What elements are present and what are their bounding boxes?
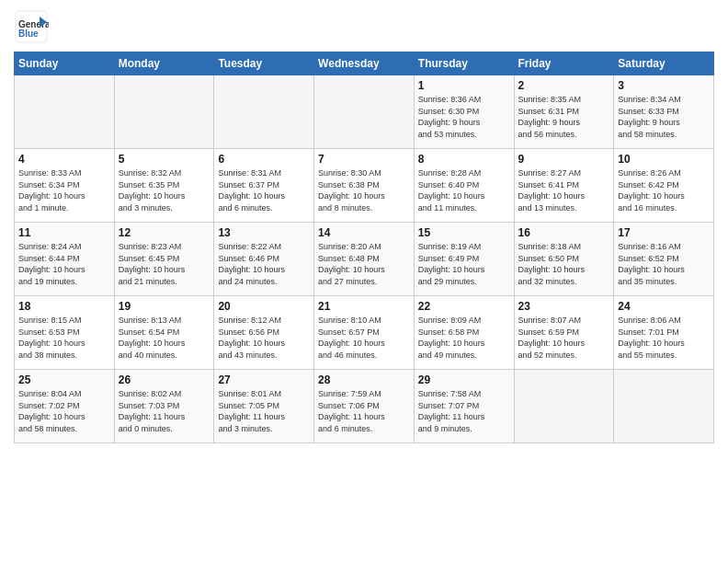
day-header-sunday: Sunday	[15, 52, 115, 75]
calendar-cell: 7Sunrise: 8:30 AM Sunset: 6:38 PM Daylig…	[314, 149, 415, 223]
page-container: General Blue SundayMondayTuesdayWednesda…	[0, 0, 728, 453]
day-header-monday: Monday	[114, 52, 214, 75]
day-number: 29	[418, 373, 510, 386]
calendar-cell: 22Sunrise: 8:09 AM Sunset: 6:58 PM Dayli…	[414, 296, 514, 370]
day-info: Sunrise: 8:32 AM Sunset: 6:35 PM Dayligh…	[119, 167, 210, 213]
calendar-cell	[214, 75, 314, 149]
day-info: Sunrise: 8:20 AM Sunset: 6:48 PM Dayligh…	[318, 241, 410, 287]
day-header-wednesday: Wednesday	[314, 52, 415, 75]
day-number: 20	[218, 300, 310, 313]
day-info: Sunrise: 8:31 AM Sunset: 6:37 PM Dayligh…	[218, 167, 310, 213]
day-number: 3	[618, 79, 710, 92]
day-info: Sunrise: 8:33 AM Sunset: 6:34 PM Dayligh…	[18, 167, 110, 213]
logo-icon: General Blue	[14, 9, 49, 44]
calendar-cell: 19Sunrise: 8:13 AM Sunset: 6:54 PM Dayli…	[114, 296, 214, 370]
day-header-friday: Friday	[514, 52, 614, 75]
calendar-cell: 8Sunrise: 8:28 AM Sunset: 6:40 PM Daylig…	[414, 149, 514, 223]
day-number: 13	[218, 226, 310, 239]
day-number: 8	[418, 153, 510, 166]
calendar-cell: 3Sunrise: 8:34 AM Sunset: 6:33 PM Daylig…	[614, 75, 714, 149]
day-info: Sunrise: 8:04 AM Sunset: 7:02 PM Dayligh…	[18, 388, 110, 434]
day-number: 11	[18, 226, 110, 239]
week-row-3: 11Sunrise: 8:24 AM Sunset: 6:44 PM Dayli…	[15, 223, 714, 296]
day-info: Sunrise: 8:01 AM Sunset: 7:05 PM Dayligh…	[218, 388, 310, 434]
day-number: 27	[218, 373, 310, 386]
calendar-cell	[614, 370, 714, 443]
calendar-cell: 12Sunrise: 8:23 AM Sunset: 6:45 PM Dayli…	[114, 223, 214, 296]
day-number: 6	[218, 153, 310, 166]
day-number: 4	[18, 153, 110, 166]
day-info: Sunrise: 8:02 AM Sunset: 7:03 PM Dayligh…	[119, 388, 210, 434]
day-info: Sunrise: 8:16 AM Sunset: 6:52 PM Dayligh…	[618, 241, 710, 287]
day-info: Sunrise: 8:12 AM Sunset: 6:56 PM Dayligh…	[218, 315, 310, 361]
day-header-thursday: Thursday	[414, 52, 514, 75]
calendar-cell: 25Sunrise: 8:04 AM Sunset: 7:02 PM Dayli…	[15, 370, 115, 443]
day-number: 10	[618, 153, 710, 166]
day-number: 7	[318, 153, 410, 166]
calendar-cell: 9Sunrise: 8:27 AM Sunset: 6:41 PM Daylig…	[514, 149, 614, 223]
day-number: 23	[518, 300, 610, 313]
day-number: 22	[418, 300, 510, 313]
calendar-table: SundayMondayTuesdayWednesdayThursdayFrid…	[14, 52, 714, 443]
day-info: Sunrise: 8:27 AM Sunset: 6:41 PM Dayligh…	[518, 167, 610, 213]
day-info: Sunrise: 8:10 AM Sunset: 6:57 PM Dayligh…	[318, 315, 410, 361]
calendar-cell: 28Sunrise: 7:59 AM Sunset: 7:06 PM Dayli…	[314, 370, 415, 443]
calendar-cell: 23Sunrise: 8:07 AM Sunset: 6:59 PM Dayli…	[514, 296, 614, 370]
day-info: Sunrise: 8:06 AM Sunset: 7:01 PM Dayligh…	[618, 315, 710, 361]
calendar-cell: 6Sunrise: 8:31 AM Sunset: 6:37 PM Daylig…	[214, 149, 314, 223]
calendar-cell	[314, 75, 415, 149]
day-number: 9	[518, 153, 610, 166]
calendar-cell: 15Sunrise: 8:19 AM Sunset: 6:49 PM Dayli…	[414, 223, 514, 296]
day-info: Sunrise: 8:34 AM Sunset: 6:33 PM Dayligh…	[618, 94, 710, 140]
header: General Blue	[14, 9, 714, 44]
calendar-cell: 2Sunrise: 8:35 AM Sunset: 6:31 PM Daylig…	[514, 75, 614, 149]
week-row-4: 18Sunrise: 8:15 AM Sunset: 6:53 PM Dayli…	[15, 296, 714, 370]
day-number: 12	[119, 226, 210, 239]
day-info: Sunrise: 8:35 AM Sunset: 6:31 PM Dayligh…	[518, 94, 610, 140]
calendar-cell: 4Sunrise: 8:33 AM Sunset: 6:34 PM Daylig…	[15, 149, 115, 223]
day-header-tuesday: Tuesday	[214, 52, 314, 75]
day-info: Sunrise: 8:15 AM Sunset: 6:53 PM Dayligh…	[18, 315, 110, 361]
day-info: Sunrise: 8:07 AM Sunset: 6:59 PM Dayligh…	[518, 315, 610, 361]
day-number: 24	[618, 300, 710, 313]
day-info: Sunrise: 7:58 AM Sunset: 7:07 PM Dayligh…	[418, 388, 510, 434]
calendar-cell: 17Sunrise: 8:16 AM Sunset: 6:52 PM Dayli…	[614, 223, 714, 296]
week-row-2: 4Sunrise: 8:33 AM Sunset: 6:34 PM Daylig…	[15, 149, 714, 223]
day-info: Sunrise: 8:13 AM Sunset: 6:54 PM Dayligh…	[119, 315, 210, 361]
calendar-cell	[514, 370, 614, 443]
day-number: 26	[119, 373, 210, 386]
day-info: Sunrise: 8:18 AM Sunset: 6:50 PM Dayligh…	[518, 241, 610, 287]
calendar-cell: 10Sunrise: 8:26 AM Sunset: 6:42 PM Dayli…	[614, 149, 714, 223]
day-info: Sunrise: 7:59 AM Sunset: 7:06 PM Dayligh…	[318, 388, 410, 434]
calendar-cell	[114, 75, 214, 149]
day-number: 19	[119, 300, 210, 313]
week-row-5: 25Sunrise: 8:04 AM Sunset: 7:02 PM Dayli…	[15, 370, 714, 443]
calendar-cell	[15, 75, 115, 149]
svg-text:Blue: Blue	[18, 29, 39, 39]
day-info: Sunrise: 8:24 AM Sunset: 6:44 PM Dayligh…	[18, 241, 110, 287]
header-row: SundayMondayTuesdayWednesdayThursdayFrid…	[15, 52, 714, 75]
calendar-cell: 5Sunrise: 8:32 AM Sunset: 6:35 PM Daylig…	[114, 149, 214, 223]
day-number: 2	[518, 79, 610, 92]
calendar-cell: 11Sunrise: 8:24 AM Sunset: 6:44 PM Dayli…	[15, 223, 115, 296]
calendar-cell: 18Sunrise: 8:15 AM Sunset: 6:53 PM Dayli…	[15, 296, 115, 370]
day-info: Sunrise: 8:09 AM Sunset: 6:58 PM Dayligh…	[418, 315, 510, 361]
calendar-cell: 27Sunrise: 8:01 AM Sunset: 7:05 PM Dayli…	[214, 370, 314, 443]
day-info: Sunrise: 8:36 AM Sunset: 6:30 PM Dayligh…	[418, 94, 510, 140]
calendar-cell: 13Sunrise: 8:22 AM Sunset: 6:46 PM Dayli…	[214, 223, 314, 296]
calendar-cell: 14Sunrise: 8:20 AM Sunset: 6:48 PM Dayli…	[314, 223, 415, 296]
calendar-cell: 29Sunrise: 7:58 AM Sunset: 7:07 PM Dayli…	[414, 370, 514, 443]
calendar-cell: 16Sunrise: 8:18 AM Sunset: 6:50 PM Dayli…	[514, 223, 614, 296]
day-number: 17	[618, 226, 710, 239]
calendar-cell: 26Sunrise: 8:02 AM Sunset: 7:03 PM Dayli…	[114, 370, 214, 443]
day-number: 25	[18, 373, 110, 386]
day-info: Sunrise: 8:26 AM Sunset: 6:42 PM Dayligh…	[618, 167, 710, 213]
day-header-saturday: Saturday	[614, 52, 714, 75]
calendar-cell: 20Sunrise: 8:12 AM Sunset: 6:56 PM Dayli…	[214, 296, 314, 370]
calendar-cell: 21Sunrise: 8:10 AM Sunset: 6:57 PM Dayli…	[314, 296, 415, 370]
day-info: Sunrise: 8:19 AM Sunset: 6:49 PM Dayligh…	[418, 241, 510, 287]
day-info: Sunrise: 8:23 AM Sunset: 6:45 PM Dayligh…	[119, 241, 210, 287]
calendar-cell: 1Sunrise: 8:36 AM Sunset: 6:30 PM Daylig…	[414, 75, 514, 149]
day-number: 16	[518, 226, 610, 239]
day-info: Sunrise: 8:22 AM Sunset: 6:46 PM Dayligh…	[218, 241, 310, 287]
